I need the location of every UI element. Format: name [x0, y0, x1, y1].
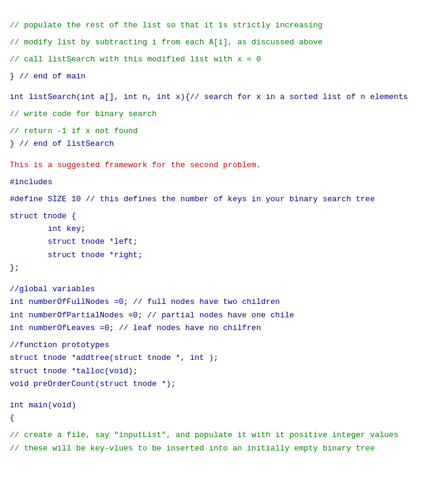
comment-line: // return -1 if x not found — [10, 125, 419, 137]
code-line: } // end of main — [10, 70, 419, 83]
code-line: { — [10, 412, 419, 424]
comment-line: // modify list by subtracting i from eac… — [10, 36, 419, 49]
code-content: // populate the rest of the list so that… — [10, 6, 419, 455]
code-line: int numberOfFullNodes =0; // full nodes … — [10, 295, 419, 308]
code-line: //global variables — [10, 283, 419, 295]
code-line: #includes — [10, 176, 419, 188]
code-line: } // end of listSearch — [10, 137, 419, 150]
code-line: struct tnode *talloc(void); — [10, 365, 419, 378]
code-line: int key; — [10, 223, 419, 235]
code-line: void preOrderCount(struct tnode *); — [10, 378, 419, 390]
comment-line: // call listSearch with this modified li… — [10, 53, 419, 66]
code-line: //function prototypes — [10, 339, 419, 351]
code-line: #define SIZE 10 // this defines the numb… — [10, 193, 419, 205]
code-line: int numberOfLeaves =0; // leaf nodes hav… — [10, 322, 419, 334]
code-line: }; — [10, 261, 419, 274]
code-line: int numberOfPartialNodes =0; // partial … — [10, 309, 419, 322]
code-line: struct tnode *addtree(struct tnode *, in… — [10, 351, 419, 364]
comment-line: // populate the rest of the list so that… — [10, 19, 419, 32]
comment-line: // these will be key-vlues to be inserte… — [10, 442, 419, 455]
code-line: struct tnode *left; — [10, 235, 419, 248]
code-line: int main(void) — [10, 399, 419, 412]
code-line: int listSearch(int a[], int n, int x){//… — [10, 91, 419, 103]
code-line: struct tnode { — [10, 210, 419, 223]
comment-line: // create a file, say "inputList", and p… — [10, 429, 419, 441]
description-line: This is a suggested framework for the se… — [10, 159, 419, 171]
comment-line: // write code for binary search — [10, 108, 419, 120]
code-line: struct tnode *right; — [10, 249, 419, 261]
